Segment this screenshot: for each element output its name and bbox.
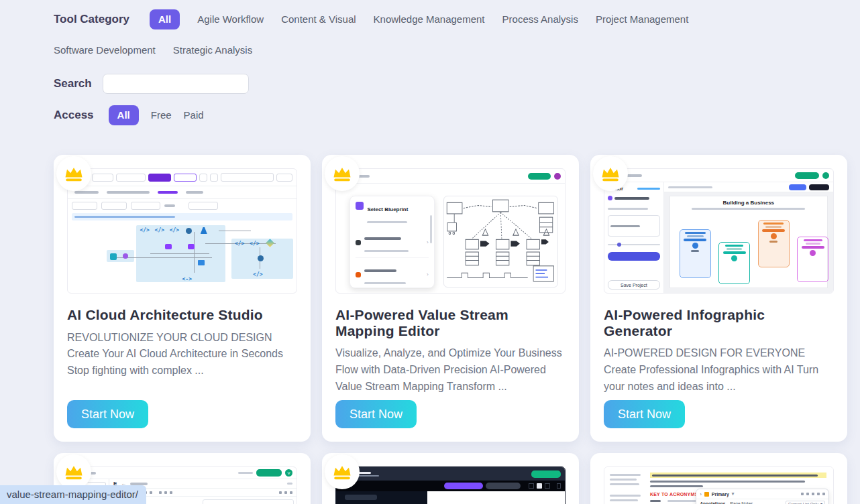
tool-card-markmap-studio[interactable]: # The Secrets of Ancient Egypt — [322, 453, 579, 504]
thumb-body: # The Secrets of Ancient Egypt — [336, 491, 565, 504]
category-pill-knowledge-management[interactable]: Knowledge Management — [374, 9, 485, 29]
api-icon — [170, 227, 179, 233]
scrollbar — [430, 215, 432, 243]
storage-icon — [198, 260, 205, 265]
slider-track — [608, 244, 660, 245]
decor-tab — [345, 495, 377, 500]
markdown-panel: # The Secrets of Ancient Egypt — [336, 491, 427, 504]
tab-page-notes: Page Notes — [730, 501, 753, 504]
category-pill-process-analysis[interactable]: Process Analysis — [502, 9, 578, 29]
category-pill-agile-workflow[interactable]: Agile Workflow — [197, 9, 264, 29]
category-pill-strategic-analysis[interactable]: Strategic Analysis — [173, 40, 252, 60]
decor-label — [608, 208, 648, 210]
tool-card-value-stream-mapping[interactable]: Select Blueprint › › — [322, 155, 579, 442]
export-button — [809, 184, 829, 190]
api-icon — [250, 241, 259, 247]
decor-text — [727, 248, 742, 250]
decor-button-green — [795, 172, 819, 179]
year-badge — [810, 250, 816, 256]
generate-with-ai-button — [444, 483, 483, 489]
notebook-icon — [704, 492, 709, 497]
prompt-textarea — [608, 215, 660, 237]
share-link — [238, 472, 253, 474]
sort-icon — [806, 493, 809, 495]
search-filter: Search — [54, 74, 847, 94]
decor-text — [650, 485, 703, 487]
doc-preview: ◤ Project Alpha: Knowledge Base Migratio… — [203, 499, 294, 504]
tool-thumbnail[interactable]: Editor — [604, 168, 834, 294]
analytics-icon — [110, 253, 117, 260]
infographic-title: Building a Business — [670, 200, 827, 206]
thumb-header: V — [68, 467, 297, 479]
modal-header: Select Blueprint — [356, 202, 428, 226]
format-icon — [164, 491, 167, 494]
access-pill-paid[interactable]: Paid — [184, 105, 204, 125]
thumb-header — [604, 169, 833, 182]
bot-service-icon — [258, 255, 264, 261]
decor-text — [765, 226, 782, 228]
tool-thumbnail[interactable]: Select Blueprint › › — [335, 168, 566, 294]
format-icon — [279, 491, 282, 494]
decor-text — [614, 197, 649, 200]
decor-tab — [186, 191, 203, 194]
link-status-tooltip: value-stream-mapping-editor/ — [0, 485, 146, 504]
decor-button-green — [256, 469, 282, 477]
thumb-header-dark — [336, 467, 565, 481]
tool-thumbnail[interactable]: # The Secrets of Ancient Egypt — [335, 466, 566, 504]
category-pill-content-visual[interactable]: Content & Visual — [281, 9, 356, 29]
thumb-zoom-toolbar — [68, 199, 297, 212]
decor-text — [164, 204, 175, 207]
avatar: V — [285, 469, 292, 477]
secondary-ai-button — [486, 483, 521, 489]
tool-category-filter: Tool Category All Agile Workflow Content… — [54, 9, 731, 60]
decor-text — [364, 237, 401, 240]
gateway-icon — [182, 276, 192, 282]
access-pill-all[interactable]: All — [109, 105, 139, 125]
api-icon — [235, 241, 244, 247]
tool-description: AI-POWERED DESIGN FOR EVERYONE Create Pr… — [604, 345, 834, 395]
decor-button — [101, 202, 127, 210]
decor-subtitle — [367, 221, 407, 223]
vsm-diagram-svg — [444, 196, 557, 287]
page-content: Tool Category All Agile Workflow Content… — [54, 0, 847, 504]
decor-button — [131, 202, 160, 210]
tool-card-pdf-annotator[interactable]: KEY TO ACRONYMS › — [590, 453, 847, 504]
category-pill-software-development[interactable]: Software Development — [54, 40, 156, 60]
start-now-button[interactable]: Start Now — [67, 400, 148, 428]
decor-text — [610, 495, 641, 497]
blueprint-list-item: › — [356, 263, 428, 290]
year-badge — [692, 243, 698, 249]
canvas-area: Building a Business — [664, 182, 833, 293]
crown-icon — [64, 464, 84, 481]
api-icon — [155, 227, 164, 233]
category-pill-all[interactable]: All — [150, 9, 180, 29]
item-icon — [356, 272, 361, 277]
search-icon — [801, 493, 804, 495]
decor-text — [610, 483, 639, 485]
thumb-actionbar-dark — [336, 481, 565, 491]
change-template-link — [637, 188, 660, 190]
search-input[interactable] — [103, 74, 249, 94]
start-now-button[interactable]: Start Now — [604, 400, 685, 428]
access-pill-free[interactable]: Free — [151, 105, 172, 125]
decor-button-outline — [174, 174, 197, 182]
tool-description: REVOLUTIONIZE YOUR CLOUD DESIGN Create Y… — [67, 330, 297, 380]
tool-card-cloud-architecture[interactable]: AI Cloud Architecture Studio REVOLUTIONI… — [54, 155, 311, 442]
decor-input — [221, 173, 274, 182]
tool-card-infographic-generator[interactable]: Editor — [590, 155, 847, 442]
annotations-panel: › Primary ▾ — [696, 489, 829, 504]
connector-line — [150, 253, 210, 254]
connector-line — [219, 231, 251, 231]
tool-thumbnail[interactable] — [67, 168, 297, 294]
thumb-header — [336, 169, 565, 184]
tool-thumbnail[interactable]: KEY TO ACRONYMS › — [604, 466, 834, 504]
start-now-button[interactable]: Start Now — [335, 400, 417, 428]
premium-crown-badge — [56, 454, 91, 489]
category-pill-project-management[interactable]: Project Management — [596, 9, 688, 29]
decor-text — [610, 499, 638, 501]
decor-text — [685, 232, 706, 234]
tool-category-label: Tool Category — [54, 13, 129, 26]
format-icon — [284, 491, 287, 494]
year-badge — [771, 233, 777, 239]
chevron-down-icon: ▾ — [732, 491, 735, 497]
